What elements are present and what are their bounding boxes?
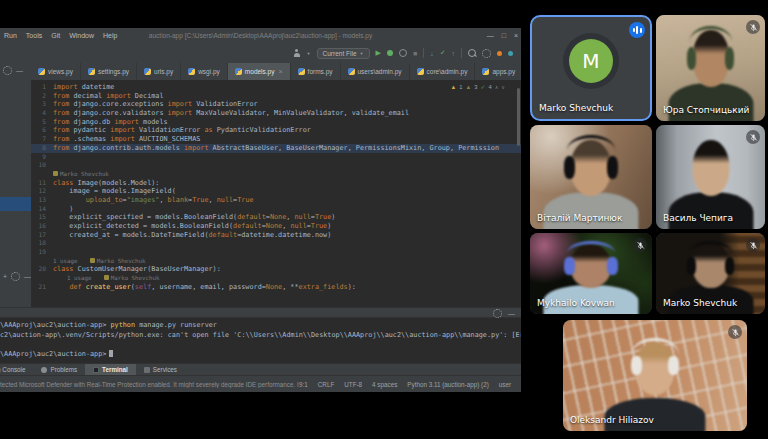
- notification-dot-teal[interactable]: [508, 51, 513, 56]
- next-issue-icon[interactable]: ∨: [501, 84, 505, 90]
- participant-name: Marko Shevchuk: [663, 298, 737, 308]
- tool-tab-problems[interactable]: Problems: [33, 364, 85, 375]
- code-line[interactable]: 17 created_at = models.DateTimeField(def…: [31, 231, 521, 240]
- code-line[interactable]: 16 explicit_detected = models.BooleanFie…: [31, 222, 521, 231]
- code-line[interactable]: 12 image = models.ImageField(: [31, 187, 521, 196]
- terminal-line: \AAAproj\auc2\auction-app> python manage…: [0, 321, 521, 331]
- menu-window[interactable]: Window: [69, 32, 94, 39]
- editor-tab[interactable]: views.py: [31, 63, 81, 80]
- menu-help[interactable]: Help: [103, 32, 117, 39]
- git-commit-button[interactable]: ✓: [440, 49, 446, 57]
- terminal-cursor: [109, 350, 113, 357]
- stop-button[interactable]: ■: [413, 50, 417, 57]
- code-line[interactable]: 11class Image(models.Model):: [31, 179, 521, 188]
- code-line[interactable]: 21 def create_user(self, username, email…: [31, 283, 521, 292]
- prev-issue-icon[interactable]: ∧: [495, 84, 499, 90]
- notification-dot-orange[interactable]: [497, 51, 502, 56]
- tool-tab-terminal[interactable]: Terminal: [85, 364, 136, 375]
- editor-tab[interactable]: urls.py: [137, 63, 181, 80]
- avatar-ring: M: [563, 33, 619, 89]
- status-item[interactable]: 4 spaces: [372, 381, 397, 388]
- terminal-output[interactable]: \AAAproj\auc2\auction-app> python manage…: [0, 318, 521, 363]
- line-number: 5: [31, 118, 53, 127]
- code-line[interactable]: 3from django.core.exceptions import Vali…: [31, 100, 521, 109]
- terminal-line: c2\auction-app\.venv/Scripts/python.exe:…: [0, 331, 521, 341]
- code-line[interactable]: 8from django.contrib.auth.models import …: [31, 144, 521, 153]
- terminal-icon: [93, 367, 99, 373]
- inspection-widget[interactable]: 134∧∨: [449, 84, 507, 90]
- code-line[interactable]: 2from decimal import Decimal: [31, 92, 521, 101]
- code-line[interactable]: 14 ): [31, 205, 521, 214]
- editor-scrollbar[interactable]: [517, 88, 520, 146]
- participant-tile[interactable]: Mykhailo Kovwan: [530, 233, 652, 314]
- settings-gear-icon[interactable]: [482, 49, 491, 58]
- close-button[interactable]: ×: [514, 32, 518, 39]
- search-everywhere-icon[interactable]: [468, 49, 476, 57]
- participant-tile[interactable]: Віталій Мартинюк: [530, 125, 652, 229]
- coverage-button[interactable]: [399, 49, 407, 57]
- editor-tab[interactable]: core\admin.py: [410, 63, 476, 80]
- code-line[interactable]: 7from .schemas import AUCTION_SCHEMAS: [31, 135, 521, 144]
- participant-tile[interactable]: Юра Стопчицький: [656, 15, 765, 121]
- code-line[interactable]: 5from django.db import models: [31, 118, 521, 127]
- code-line[interactable]: 20class CustomUserManager(BaseUserManage…: [31, 265, 521, 274]
- code-line[interactable]: 10: [31, 161, 521, 170]
- code-annotation[interactable]: Marko Shevchuk: [31, 170, 521, 179]
- close-tab-icon[interactable]: ×: [278, 68, 282, 75]
- chevron-down-icon: ▼: [307, 51, 311, 56]
- panel-collapse-icon[interactable]: —: [16, 67, 23, 74]
- problems-icon: [41, 367, 47, 373]
- terminal-settings-gear-icon[interactable]: [493, 309, 502, 318]
- audio-indicator: [629, 22, 645, 38]
- code-line[interactable]: 15 explicit_specified = models.BooleanFi…: [31, 213, 521, 222]
- panel-settings-gear-icon[interactable]: [11, 272, 20, 281]
- status-item[interactable]: Python 3.11 (auction-app) (2): [407, 381, 488, 388]
- line-number: 17: [31, 231, 53, 240]
- user-account-icon[interactable]: [293, 49, 301, 57]
- editor-tab[interactable]: forms.py: [291, 63, 341, 80]
- tool-tab-services[interactable]: Services: [136, 364, 185, 375]
- terminal-minimize-icon[interactable]: —: [508, 310, 515, 317]
- run-configuration-select[interactable]: Current File ▼: [317, 48, 370, 59]
- editor-tab[interactable]: models.py×: [228, 63, 291, 80]
- code-line[interactable]: 6from pydantic import ValidationError as…: [31, 126, 521, 135]
- python-file-icon: [38, 68, 45, 75]
- editor-tab[interactable]: wsgi.py: [181, 63, 228, 80]
- line-number: 13: [31, 196, 53, 205]
- project-selected-row[interactable]: [0, 197, 31, 211]
- code-annotation[interactable]: 1 usage Marko Shevchuk: [31, 257, 521, 266]
- add-icon[interactable]: +: [3, 273, 7, 280]
- editor-tab[interactable]: users\admin.py: [341, 63, 410, 80]
- menu-tools[interactable]: Tools: [26, 32, 42, 39]
- code-annotation[interactable]: 1 usage Marko Shevchuk: [31, 274, 521, 283]
- git-push-button[interactable]: ↑: [452, 50, 456, 57]
- code-line[interactable]: 13 upload_to="images", blank=True, null=…: [31, 196, 521, 205]
- status-item[interactable]: 9:1: [299, 381, 308, 388]
- run-button[interactable]: ▶: [376, 49, 381, 57]
- tool-tab-python[interactable]: Python Console: [0, 364, 33, 375]
- code-line[interactable]: 4from django.core.validators import MaxV…: [31, 109, 521, 118]
- status-item[interactable]: UTF-8: [344, 381, 362, 388]
- code-line[interactable]: 18: [31, 239, 521, 248]
- editor-tab-label: forms.py: [308, 68, 333, 75]
- maximize-button[interactable]: □: [502, 32, 506, 39]
- git-update-button[interactable]: ↓: [430, 50, 434, 57]
- participant-tile[interactable]: MMarko Shevchuk: [530, 15, 652, 121]
- code-line[interactable]: 19: [31, 248, 521, 257]
- status-item[interactable]: CRLF: [318, 381, 334, 388]
- menu-run[interactable]: Run: [4, 32, 17, 39]
- menu-git[interactable]: Git: [51, 32, 60, 39]
- project-panel-edge[interactable]: — + —: [0, 63, 32, 307]
- code-line[interactable]: 1import datetime: [31, 83, 521, 92]
- code-line[interactable]: 9: [31, 153, 521, 162]
- status-item[interactable]: user: [499, 381, 511, 388]
- panel-settings-gear-icon[interactable]: [3, 66, 12, 75]
- editor-tab[interactable]: apps.py: [475, 63, 521, 80]
- participant-tile[interactable]: Oleksandr Hiliazov: [563, 320, 747, 431]
- editor[interactable]: 1import datetime2from decimal import Dec…: [31, 80, 521, 307]
- participant-tile[interactable]: Василь Чепига: [656, 125, 765, 229]
- debug-button[interactable]: [387, 50, 393, 56]
- minimize-button[interactable]: —: [487, 32, 494, 39]
- participant-tile[interactable]: Marko Shevchuk: [656, 233, 765, 314]
- editor-tab[interactable]: settings.py: [81, 63, 137, 80]
